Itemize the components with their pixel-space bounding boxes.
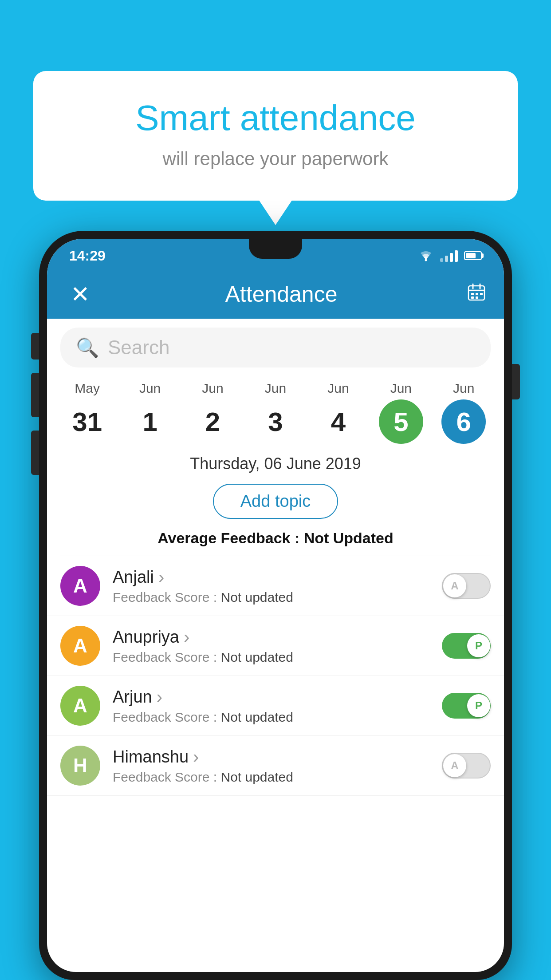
cal-day-2[interactable]: Jun 2	[184, 381, 242, 444]
cal-date-6: 6	[441, 399, 486, 444]
search-bar[interactable]: 🔍 Search	[60, 328, 491, 368]
cal-date-1: 1	[128, 399, 172, 444]
battery-icon	[464, 251, 482, 260]
speech-bubble: Smart attendance will replace your paper…	[33, 71, 518, 201]
avg-feedback: Average Feedback : Not Updated	[47, 530, 504, 547]
header-title: Attendance	[225, 281, 338, 307]
student-toggle-0[interactable]: A	[442, 573, 491, 599]
status-time: 14:29	[69, 245, 106, 264]
cal-month-5: Jun	[390, 381, 412, 396]
student-info-1: Anupriya Feedback Score : Not updated	[113, 627, 429, 665]
cal-day-6[interactable]: Jun 6	[435, 381, 492, 444]
phone-screen: 14:29	[47, 239, 504, 972]
calendar-icon[interactable]	[467, 282, 486, 306]
svg-rect-9	[476, 296, 478, 299]
student-feedback-3: Feedback Score : Not updated	[113, 770, 429, 785]
silent-button	[31, 431, 39, 475]
student-avatar-0: A	[60, 566, 100, 606]
signal-icon	[440, 249, 458, 262]
avg-feedback-value: Not Updated	[304, 530, 394, 546]
volume-up-button	[31, 333, 39, 360]
cal-day-0[interactable]: May 31	[59, 381, 116, 444]
student-name-3[interactable]: Himanshu	[113, 747, 429, 767]
student-row-0: A Anjali Feedback Score : Not updated A	[47, 556, 504, 616]
toggle-knob-0: A	[443, 574, 466, 597]
cal-month-4: Jun	[327, 381, 349, 396]
student-row-3: H Himanshu Feedback Score : Not updated …	[47, 736, 504, 796]
svg-rect-7	[480, 293, 483, 295]
cal-day-1[interactable]: Jun 1	[121, 381, 179, 444]
cal-month-6: Jun	[453, 381, 474, 396]
cal-date-4: 4	[316, 399, 360, 444]
close-button[interactable]: ✕	[65, 281, 96, 308]
student-row-1: A Anupriya Feedback Score : Not updated …	[47, 616, 504, 676]
svg-rect-8	[471, 296, 474, 299]
student-toggle-3[interactable]: A	[442, 753, 491, 778]
toggle-knob-1: P	[467, 634, 490, 657]
wifi-icon	[418, 250, 434, 261]
student-avatar-3: H	[60, 746, 100, 786]
student-avatar-2: A	[60, 686, 100, 726]
volume-down-button	[31, 373, 39, 417]
student-feedback-0: Feedback Score : Not updated	[113, 590, 429, 605]
selected-date: Thursday, 06 June 2019	[47, 444, 504, 479]
student-avatar-1: A	[60, 626, 100, 666]
svg-point-0	[425, 259, 427, 261]
cal-month-3: Jun	[265, 381, 286, 396]
student-feedback-2: Feedback Score : Not updated	[113, 710, 429, 725]
cal-day-3[interactable]: Jun 3	[247, 381, 304, 444]
svg-rect-5	[471, 293, 474, 295]
avg-feedback-label: Average Feedback :	[157, 530, 299, 546]
phone-notch	[249, 239, 302, 259]
svg-rect-6	[476, 293, 478, 295]
student-name-2[interactable]: Arjun	[113, 687, 429, 707]
phone-frame: 14:29	[39, 231, 512, 980]
student-toggle-1[interactable]: P	[442, 633, 491, 659]
student-info-2: Arjun Feedback Score : Not updated	[113, 687, 429, 725]
cal-date-3: 3	[253, 399, 298, 444]
student-info-3: Himanshu Feedback Score : Not updated	[113, 747, 429, 785]
cal-date-0: 31	[65, 399, 110, 444]
cal-month-2: Jun	[202, 381, 223, 396]
cal-month-1: Jun	[139, 381, 161, 396]
toggle-knob-3: A	[443, 754, 466, 777]
speech-bubble-wrapper: Smart attendance will replace your paper…	[33, 71, 518, 201]
calendar-svg	[467, 282, 486, 302]
cal-day-5[interactable]: Jun 5	[372, 381, 430, 444]
student-info-0: Anjali Feedback Score : Not updated	[113, 567, 429, 605]
student-toggle-2[interactable]: P	[442, 693, 491, 719]
cal-month-0: May	[75, 381, 100, 396]
bubble-subtitle: will replace your paperwork	[69, 148, 482, 170]
app-header: ✕ Attendance	[47, 270, 504, 319]
toggle-knob-2: P	[467, 694, 490, 717]
search-placeholder: Search	[108, 336, 169, 359]
power-button	[512, 364, 520, 399]
cal-date-5: 5	[379, 399, 423, 444]
calendar-strip: May 31 Jun 1 Jun 2 Jun 3 Jun 4 Jun 5	[47, 376, 504, 444]
student-row-2: A Arjun Feedback Score : Not updated P	[47, 676, 504, 736]
add-topic-button[interactable]: Add topic	[213, 484, 338, 519]
cal-date-2: 2	[191, 399, 235, 444]
student-name-1[interactable]: Anupriya	[113, 627, 429, 647]
search-icon: 🔍	[76, 337, 99, 359]
student-name-0[interactable]: Anjali	[113, 567, 429, 587]
cal-day-4[interactable]: Jun 4	[309, 381, 367, 444]
bubble-title: Smart attendance	[69, 98, 482, 138]
student-feedback-1: Feedback Score : Not updated	[113, 650, 429, 665]
status-icons	[418, 247, 482, 262]
